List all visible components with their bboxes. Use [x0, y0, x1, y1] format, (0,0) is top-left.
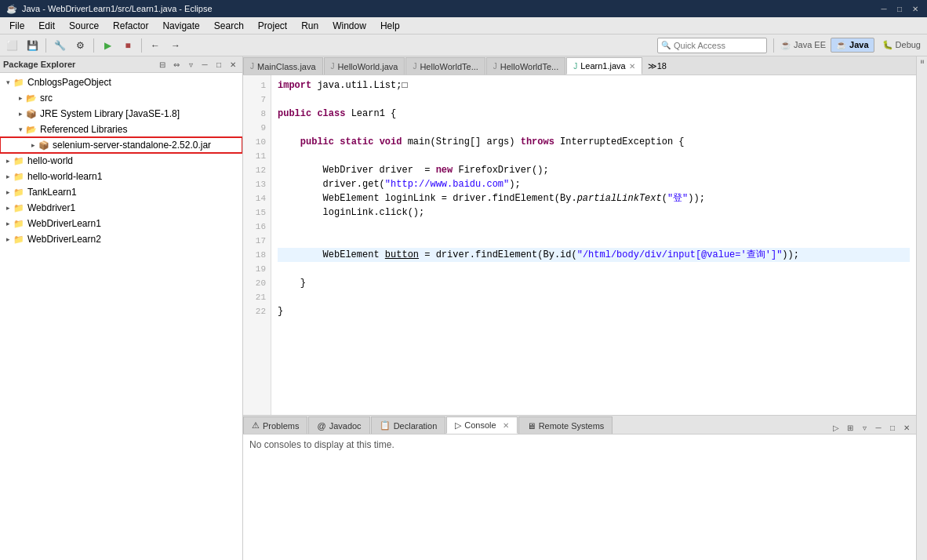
menu-refactor[interactable]: Refactor: [107, 19, 154, 33]
declaration-label: Declaration: [394, 421, 438, 431]
quick-access-input[interactable]: [674, 41, 763, 50]
toolbar-right-section: 🔍 ☕ Java EE ☕ Java 🐛 Debug: [657, 38, 924, 53]
tree-item-selenium-jar[interactable]: ▸ 📦 selenium-server-standalone-2.52.0.ja…: [0, 137, 242, 153]
console-run-icon[interactable]: ▷: [830, 421, 842, 434]
line-num-22: 22: [248, 304, 266, 318]
perspective-java-ee[interactable]: ☕ Java EE: [780, 40, 826, 50]
bottom-tab-remote[interactable]: 🖥 Remote Systems: [518, 416, 613, 434]
project-icon-hello-world-learn1: 📁: [13, 170, 25, 183]
collapse-all-icon[interactable]: ⊟: [156, 58, 169, 71]
console-dropdown-icon[interactable]: ▿: [858, 421, 871, 434]
menu-edit[interactable]: Edit: [32, 19, 61, 33]
tree-item-reflibs[interactable]: ▾ 📂 Referenced Libraries: [0, 122, 242, 137]
bottom-tab-javadoc[interactable]: @ Javadoc: [308, 416, 369, 434]
tree-item-cnblogs[interactable]: ▾ 📁 CnblogsPageObject: [0, 75, 242, 90]
tab-close-learn1[interactable]: ✕: [629, 62, 635, 71]
arrow-webdriverlearn1: ▸: [3, 220, 13, 227]
tab-overflow[interactable]: ≫18: [643, 58, 671, 75]
bottom-console-content: No consoles to display at this time.: [243, 435, 916, 560]
toolbar-separator-3: [141, 38, 142, 53]
tree-item-tanklearn1[interactable]: ▸ 📁 TankLearn1: [0, 184, 242, 200]
line-num-11: 11: [248, 149, 266, 163]
tree-item-hello-world[interactable]: ▸ 📁 hello-world: [0, 153, 242, 169]
bottom-tab-declaration[interactable]: 📋 Declaration: [371, 416, 446, 434]
folder-icon-reflibs: 📂: [25, 123, 38, 136]
menu-source[interactable]: Source: [63, 19, 105, 33]
tree-label-hello-world-learn1: hello-world-learn1: [27, 171, 102, 182]
tab-label-helloworld: HelloWorld.java: [338, 62, 398, 71]
problems-label: Problems: [263, 421, 299, 431]
close-sidebar-icon[interactable]: ✕: [227, 58, 239, 71]
close-panel-icon[interactable]: ✕: [900, 421, 913, 434]
tab-mainclass[interactable]: J MainClass.java: [243, 57, 323, 75]
menu-help[interactable]: Help: [374, 19, 406, 33]
toolbar-save-button[interactable]: 💾: [24, 37, 41, 54]
toolbar-back-button[interactable]: ←: [147, 37, 164, 54]
line-num-7: 7: [248, 93, 266, 107]
tree-label-jre: JRE System Library [JavaSE-1.8]: [40, 108, 180, 119]
toolbar-settings-button[interactable]: ⚙: [71, 37, 89, 54]
link-editor-icon[interactable]: ⇔: [170, 58, 183, 71]
toolbar-stop-button[interactable]: ■: [119, 37, 136, 54]
minimize-button[interactable]: ─: [878, 3, 889, 14]
maximize-sidebar-icon[interactable]: □: [213, 58, 225, 71]
line-num-1: 1: [248, 78, 266, 93]
menu-search[interactable]: Search: [208, 19, 250, 33]
toolbar-separator-4: [773, 38, 774, 53]
tab-helloworldte1[interactable]: J HelloWorldTe...: [405, 57, 485, 75]
editor-bottom-wrapper: J MainClass.java J HelloWorld.java J Hel…: [243, 56, 916, 560]
menu-window[interactable]: Window: [326, 19, 373, 33]
bottom-tab-problems[interactable]: ⚠ Problems: [243, 416, 307, 434]
tree-item-webdriver1[interactable]: ▸ 📁 Webdriver1: [0, 200, 242, 216]
right-strip-tasks[interactable]: ≡: [918, 60, 926, 64]
menu-navigate[interactable]: Navigate: [156, 19, 205, 33]
javadoc-icon: @: [317, 421, 325, 431]
quick-access-box[interactable]: 🔍: [657, 38, 767, 53]
close-button[interactable]: ✕: [910, 3, 921, 14]
tab-helloworldte2[interactable]: J HelloWorldTe...: [486, 57, 565, 75]
line-num-12: 12: [248, 163, 266, 177]
tab-learn1[interactable]: J Learn1.java ✕: [566, 57, 642, 75]
code-area[interactable]: import java.util.List;□ public class Lea…: [271, 75, 916, 415]
project-icon-hello-world: 📁: [13, 155, 25, 167]
remote-label: Remote Systems: [539, 421, 605, 431]
tab-helloworld[interactable]: J HelloWorld.java: [324, 57, 405, 75]
bottom-tab-console[interactable]: ▷ Console ✕: [446, 416, 517, 434]
arrow-cnblogs: ▾: [3, 78, 13, 86]
minimize-panel-icon[interactable]: ─: [872, 421, 885, 434]
toolbar-new-button[interactable]: ⬜: [3, 37, 20, 54]
menu-file[interactable]: File: [3, 19, 31, 33]
tree-item-hello-world-learn1[interactable]: ▸ 📁 hello-world-learn1: [0, 169, 242, 184]
minimize-sidebar-icon[interactable]: ─: [198, 58, 211, 71]
bottom-panel-controls: ▷ ⊞ ▿ ─ □ ✕: [830, 421, 916, 434]
line-num-18: 18: [248, 248, 266, 262]
tab-label-helloworldte1: HelloWorldTe...: [420, 62, 478, 71]
tree-item-webdriverlearn1[interactable]: ▸ 📁 WebDriverLearn1: [0, 216, 242, 231]
sidebar-menu-icon[interactable]: ▿: [184, 58, 197, 71]
tree-item-src[interactable]: ▸ 📂 src: [0, 90, 242, 106]
declaration-icon: 📋: [380, 420, 391, 431]
bottom-tabs-row: ⚠ Problems @ Javadoc 📋 Declaration ▷ Con…: [243, 416, 830, 434]
window-controls: ─ □ ✕: [878, 3, 921, 14]
perspective-debug[interactable]: 🐛 Debug: [879, 38, 924, 52]
toolbar-forward-button[interactable]: →: [167, 37, 184, 54]
tree-label-src: src: [40, 93, 53, 104]
tree-item-webdriverlearn2[interactable]: ▸ 📁 WebDriverLearn2: [0, 231, 242, 247]
tree-label-selenium: selenium-server-standalone-2.52.0.jar: [53, 140, 211, 151]
console-options-icon[interactable]: ⊞: [844, 421, 856, 434]
tree-item-jre[interactable]: ▸ 📦 JRE System Library [JavaSE-1.8]: [0, 106, 242, 122]
toolbar-run-button[interactable]: ▶: [99, 37, 116, 54]
maximize-button[interactable]: □: [894, 3, 905, 14]
project-icon-tanklearn1: 📁: [13, 186, 25, 198]
perspective-java[interactable]: ☕ Java: [831, 38, 874, 53]
folder-icon-src: 📂: [25, 92, 38, 104]
toolbar-debug-button[interactable]: 🔧: [51, 37, 68, 54]
menu-project[interactable]: Project: [252, 19, 293, 33]
main-area: Package Explorer ⊟ ⇔ ▿ ─ □ ✕ ▾ 📁 Cnblogs…: [0, 56, 927, 560]
menu-run[interactable]: Run: [295, 19, 325, 33]
console-close-icon[interactable]: ✕: [503, 421, 509, 430]
maximize-panel-icon[interactable]: □: [886, 421, 899, 434]
toolbar: ⬜ 💾 🔧 ⚙ ▶ ■ ← → 🔍 ☕ Java EE ☕ Java 🐛 Deb…: [0, 35, 927, 56]
arrow-selenium: ▸: [28, 141, 38, 149]
arrow-src: ▸: [16, 94, 25, 102]
